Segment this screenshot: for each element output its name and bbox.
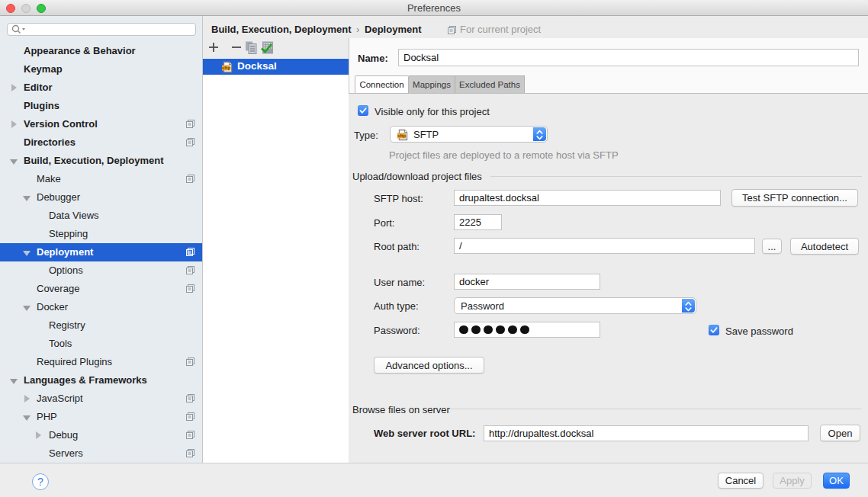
svg-text:sftp: sftp bbox=[222, 65, 231, 70]
svg-text:sftp: sftp bbox=[397, 133, 407, 138]
